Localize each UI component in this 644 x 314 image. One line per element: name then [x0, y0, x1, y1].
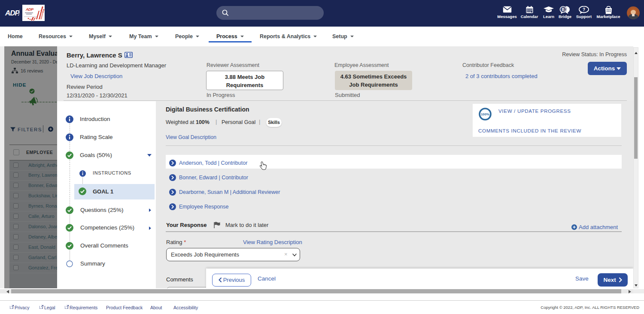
svg-text:B: B: [562, 7, 565, 12]
svg-text:ADP: ADP: [25, 7, 34, 12]
svg-text:?: ?: [583, 7, 585, 12]
svg-text:ADP: ADP: [5, 9, 20, 17]
svg-text:100%: 100%: [481, 112, 489, 116]
